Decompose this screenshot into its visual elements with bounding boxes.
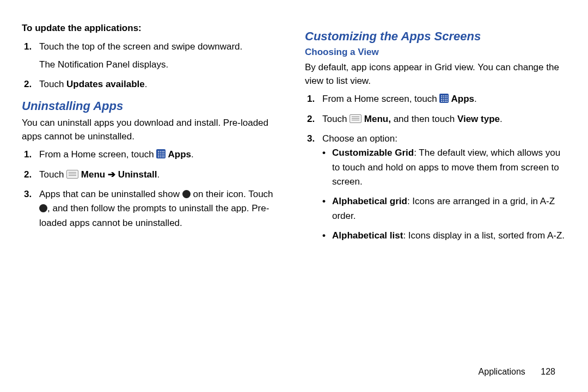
uninstall-badge-icon: [39, 204, 47, 212]
view-steps: 1. From a Home screen, touch Apps. 2. To…: [305, 92, 566, 243]
uninstall-step-2: 2. Touch Menu ➔ Uninstall.: [22, 168, 283, 182]
uninstall-step-3: 3. Apps that can be uninstalled show on …: [22, 187, 283, 230]
view-step-1: 1. From a Home screen, touch Apps.: [305, 92, 566, 106]
update-step-1a: Touch the top of the screen and swipe do…: [39, 41, 242, 52]
update-step-2: 2. Touch Updates available.: [22, 77, 283, 91]
menu-icon: [66, 170, 78, 179]
page-body: To update the applications: 1. Touch the…: [0, 0, 588, 248]
option-alpha-list: Alphabetical list: Icons display in a li…: [322, 229, 566, 243]
customizing-heading: Customizing the Apps Screens: [305, 29, 566, 44]
uninstalling-heading: Uninstalling Apps: [22, 99, 283, 113]
view-step-3: 3. Choose an option: Customizable Grid: …: [305, 132, 566, 243]
choosing-view-intro: By default, app icons appear in Grid vie…: [305, 61, 566, 88]
left-column: To update the applications: 1. Touch the…: [22, 22, 283, 248]
arrow-icon: ➔: [108, 169, 115, 180]
uninstall-intro: You can uninstall apps you download and …: [22, 117, 283, 143]
view-options: Customizable Grid: The default view, whi…: [322, 146, 566, 243]
apps-icon: [156, 149, 166, 158]
update-heading: To update the applications:: [22, 22, 283, 35]
uninstall-steps: 1. From a Home screen, touch Apps. 2. To…: [22, 148, 283, 230]
update-step-1b: The Notification Panel displays.: [39, 58, 283, 72]
menu-icon: [350, 114, 362, 123]
update-step-1: 1. Touch the top of the screen and swipe…: [22, 40, 283, 72]
right-column: Customizing the Apps Screens Choosing a …: [305, 22, 566, 248]
footer-page-number: 128: [541, 367, 555, 376]
update-steps: 1. Touch the top of the screen and swipe…: [22, 40, 283, 91]
uninstall-badge-icon: [182, 190, 191, 198]
footer-section: Applications: [479, 367, 525, 376]
choosing-view-heading: Choosing a View: [305, 47, 566, 58]
page-footer: Applications 128: [479, 367, 555, 377]
view-step-2: 2. Touch Menu, and then touch View type.: [305, 112, 566, 126]
option-customizable-grid: Customizable Grid: The default view, whi…: [322, 146, 566, 189]
option-alpha-grid: Alphabetical grid: Icons are arranged in…: [322, 194, 566, 223]
uninstall-step-1: 1. From a Home screen, touch Apps.: [22, 148, 283, 162]
apps-icon: [439, 94, 449, 103]
